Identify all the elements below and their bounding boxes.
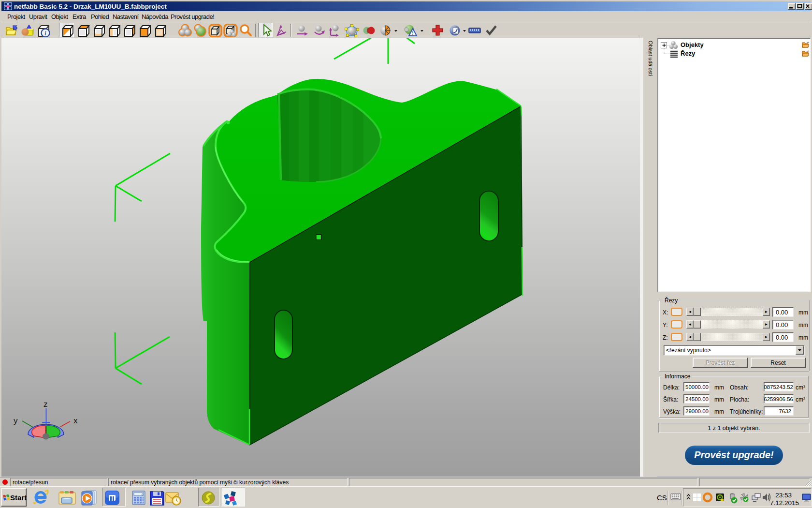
svg-text:z: z	[44, 400, 48, 409]
svg-text:y: y	[14, 416, 18, 425]
svg-text:CS: CS	[657, 493, 667, 502]
svg-text:!: !	[412, 30, 413, 36]
svg-text:x: x	[73, 416, 78, 425]
